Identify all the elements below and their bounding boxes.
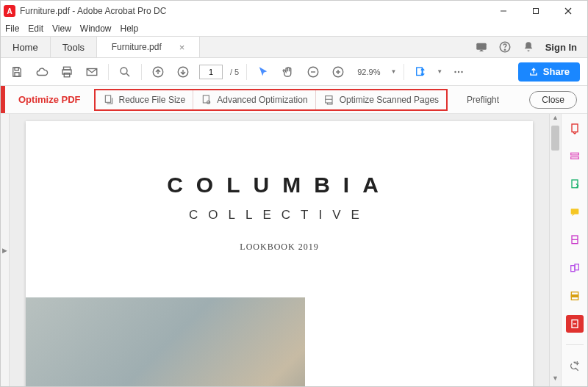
rail-optimize-icon[interactable] xyxy=(566,315,584,333)
optimize-group-highlight: Reduce File Size Advanced Optimization O… xyxy=(94,89,448,111)
search-icon[interactable] xyxy=(116,63,134,81)
rail-redact-icon[interactable] xyxy=(566,287,584,305)
share-button[interactable]: Share xyxy=(518,62,580,82)
tab-document[interactable]: Furniture.pdf × xyxy=(97,37,200,57)
hand-tool-icon[interactable] xyxy=(279,63,297,81)
rail-edit-pdf-icon[interactable] xyxy=(566,148,584,165)
fit-width-icon[interactable] xyxy=(412,63,429,81)
rail-create-pdf-icon[interactable] xyxy=(566,120,584,137)
rail-combine-icon[interactable] xyxy=(566,259,584,277)
svg-rect-34 xyxy=(570,153,578,155)
svg-rect-7 xyxy=(15,68,18,70)
left-panel-toggle[interactable]: ▶ xyxy=(1,114,10,386)
minimize-button[interactable] xyxy=(487,1,520,21)
advanced-icon xyxy=(201,94,212,106)
svg-point-45 xyxy=(576,362,578,364)
rail-organize-icon[interactable] xyxy=(566,231,584,249)
preflight-button[interactable]: Preflight xyxy=(462,95,499,105)
tab-document-label: Furniture.pdf xyxy=(112,42,162,52)
svg-rect-40 xyxy=(570,266,574,272)
svg-rect-4 xyxy=(476,43,487,50)
zoom-dropdown-icon[interactable]: ▼ xyxy=(390,68,396,75)
scroll-down-icon[interactable]: ▼ xyxy=(550,375,561,386)
svg-rect-8 xyxy=(15,72,19,76)
svg-rect-41 xyxy=(575,264,578,270)
rail-export-pdf-icon[interactable] xyxy=(566,176,584,193)
pdf-page: COLUMBIA COLLECTIVE LOOKBOOK 2019 INSPIR… xyxy=(26,121,533,386)
doc-image xyxy=(26,297,305,386)
doc-title: COLUMBIA xyxy=(26,173,533,198)
scroll-up-icon[interactable]: ▲ xyxy=(550,114,561,126)
svg-rect-35 xyxy=(570,157,578,159)
reduce-icon xyxy=(103,94,115,106)
share-label: Share xyxy=(543,66,570,77)
optimize-toolbar: Optimize PDF Reduce File Size Advanced O… xyxy=(1,86,587,114)
svg-rect-26 xyxy=(105,95,110,102)
reduce-file-size-button[interactable]: Reduce File Size xyxy=(96,90,193,109)
rail-separator xyxy=(566,344,584,345)
tab-home[interactable]: Home xyxy=(1,37,51,57)
print-icon[interactable] xyxy=(58,63,76,81)
page-up-icon[interactable] xyxy=(149,63,167,81)
cloud-icon[interactable] xyxy=(33,63,51,81)
menu-view[interactable]: View xyxy=(52,23,71,34)
document-viewport[interactable]: COLUMBIA COLLECTIVE LOOKBOOK 2019 INSPIR… xyxy=(10,114,549,386)
app-icon: A xyxy=(4,5,15,17)
svg-point-13 xyxy=(121,68,127,74)
doc-subtitle: COLLECTIVE xyxy=(26,208,533,223)
svg-rect-37 xyxy=(570,209,578,214)
menu-bar: File Edit View Window Help xyxy=(1,21,587,36)
svg-rect-43 xyxy=(571,295,578,297)
toolbar: / 5 92.9% ▼ ▼ Share xyxy=(1,58,587,86)
tab-tools[interactable]: Tools xyxy=(51,37,97,57)
help-icon[interactable] xyxy=(498,40,512,54)
right-tool-rail xyxy=(561,114,587,386)
rail-more-tools-icon[interactable] xyxy=(566,357,584,375)
doc-lookbook: LOOKBOOK 2019 xyxy=(26,242,533,253)
menu-file[interactable]: File xyxy=(5,23,19,34)
page-down-icon[interactable] xyxy=(174,63,192,81)
tab-close-icon[interactable]: × xyxy=(179,42,185,53)
maximize-button[interactable] xyxy=(520,1,552,21)
svg-rect-27 xyxy=(204,95,209,103)
sign-in-button[interactable]: Sign In xyxy=(545,42,577,53)
svg-rect-33 xyxy=(572,124,578,132)
advanced-optimization-button[interactable]: Advanced Optimization xyxy=(193,90,315,109)
doc-inspired-by: INSPIRED BY xyxy=(411,386,503,386)
page-number-input[interactable] xyxy=(199,65,223,79)
zoom-value[interactable]: 92.9% xyxy=(354,65,383,79)
chat-icon[interactable] xyxy=(475,40,488,54)
menu-window[interactable]: Window xyxy=(80,23,112,34)
zoom-in-icon[interactable] xyxy=(329,63,347,81)
title-bar: A Furniture.pdf - Adobe Acrobat Pro DC xyxy=(1,1,587,21)
scroll-thumb[interactable] xyxy=(551,126,559,151)
svg-point-28 xyxy=(207,101,210,104)
zoom-out-icon[interactable] xyxy=(304,63,322,81)
more-tools-icon[interactable] xyxy=(450,63,467,81)
window-title: Furniture.pdf - Adobe Acrobat Pro DC xyxy=(20,6,487,16)
svg-line-14 xyxy=(126,73,129,76)
rail-comment-icon[interactable] xyxy=(566,203,584,221)
mail-icon[interactable] xyxy=(83,63,101,81)
svg-rect-11 xyxy=(64,73,70,76)
save-icon[interactable] xyxy=(8,63,26,81)
menu-edit[interactable]: Edit xyxy=(28,23,43,34)
svg-point-25 xyxy=(462,70,463,72)
selection-tool-icon[interactable] xyxy=(254,63,272,81)
svg-rect-1 xyxy=(534,9,539,14)
optimize-label: Optimize PDF xyxy=(5,94,94,105)
bell-icon[interactable] xyxy=(522,40,535,54)
vertical-scrollbar[interactable]: ▲ ▼ xyxy=(549,114,561,386)
close-window-button[interactable] xyxy=(552,1,584,21)
fit-dropdown-icon[interactable]: ▼ xyxy=(437,68,442,75)
main-area: ▶ COLUMBIA COLLECTIVE LOOKBOOK 2019 INSP… xyxy=(1,114,587,386)
tabs-row: Home Tools Furniture.pdf × Sign In xyxy=(1,36,587,58)
menu-help[interactable]: Help xyxy=(121,23,139,34)
svg-point-24 xyxy=(458,70,459,72)
svg-point-6 xyxy=(504,49,505,50)
optimize-scanned-button[interactable]: Optimize Scanned Pages xyxy=(315,90,446,109)
close-optimize-button[interactable]: Close xyxy=(529,91,577,109)
svg-point-23 xyxy=(455,70,456,72)
scanned-icon xyxy=(323,94,335,106)
page-total-label: / 5 xyxy=(230,68,239,76)
